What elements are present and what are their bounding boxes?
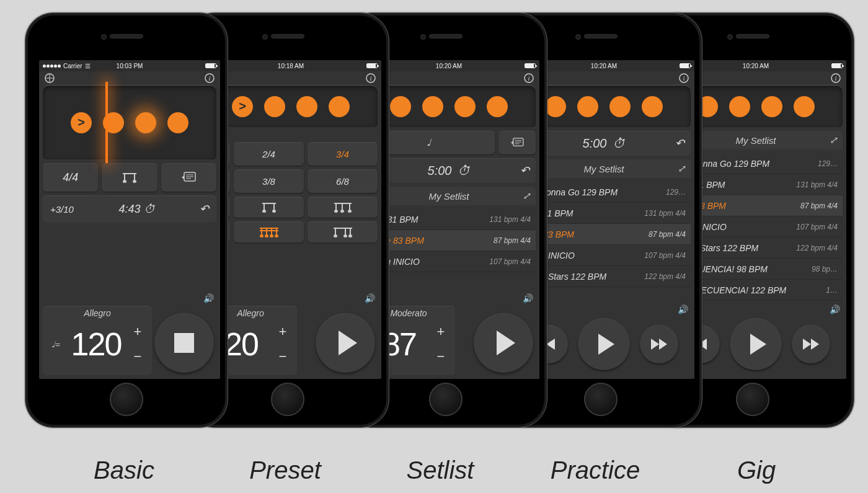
- tempo-name: Allegro: [48, 308, 147, 318]
- carrier-label: Carrier: [63, 63, 82, 69]
- timesig-button[interactable]: 4/4: [43, 163, 98, 192]
- bpm-plus[interactable]: +: [432, 324, 450, 340]
- svg-text:i: i: [370, 74, 371, 82]
- info-icon[interactable]: i: [204, 73, 215, 84]
- beat-1[interactable]: [390, 96, 411, 117]
- beat-2[interactable]: [729, 96, 750, 117]
- timesig-3-4[interactable]: 3/4: [308, 142, 378, 166]
- bpm-minus[interactable]: −: [128, 349, 147, 365]
- next-button[interactable]: [640, 325, 678, 363]
- undo-icon[interactable]: ↶: [675, 136, 684, 150]
- beat-2[interactable]: [422, 96, 443, 117]
- pendulum-indicator: [105, 82, 108, 163]
- beat-1[interactable]: [545, 96, 566, 117]
- setlist-title: My Setlist: [428, 191, 469, 202]
- svg-text:i: i: [835, 74, 836, 82]
- svg-text:i: i: [208, 74, 210, 82]
- status-bar: Carrier ☰ 10:03 PM: [39, 60, 220, 71]
- volume-icon[interactable]: 🔊: [365, 293, 375, 303]
- timer-value: 4:43: [118, 203, 140, 215]
- stopwatch-icon: ⏱: [144, 203, 155, 215]
- play-button[interactable]: [474, 313, 533, 373]
- bpm-value[interactable]: 120: [64, 326, 128, 363]
- timer-value: 5:00: [583, 136, 607, 151]
- info-icon[interactable]: i: [523, 73, 534, 84]
- beat-display[interactable]: [43, 85, 216, 159]
- expand-icon[interactable]: ⤢: [830, 135, 838, 146]
- beat-3-active[interactable]: [135, 112, 156, 133]
- preset-list-icon[interactable]: [498, 131, 536, 154]
- stop-button[interactable]: [154, 313, 214, 373]
- beat-4[interactable]: [642, 96, 663, 117]
- beat-4[interactable]: [167, 112, 188, 133]
- play-button[interactable]: [730, 318, 782, 370]
- subdiv-sixteenth[interactable]: [234, 221, 304, 242]
- home-button[interactable]: [429, 383, 463, 416]
- fullscreen-icon[interactable]: [44, 73, 55, 84]
- info-icon[interactable]: i: [678, 73, 689, 84]
- beat-4[interactable]: [329, 96, 350, 117]
- beat-1-accent[interactable]: [232, 96, 253, 117]
- phone-basic: Carrier ☰ 10:03 PM i 4/4: [25, 12, 228, 428]
- home-button[interactable]: [584, 383, 618, 416]
- beat-1-accent[interactable]: [71, 112, 92, 133]
- beat-2[interactable]: [577, 96, 598, 117]
- expand-icon[interactable]: ⤢: [523, 190, 531, 202]
- svg-text:i: i: [528, 74, 529, 82]
- subdivision-button[interactable]: [102, 163, 157, 192]
- subdiv-gallop[interactable]: [308, 221, 378, 242]
- expand-icon[interactable]: ⤢: [678, 163, 686, 174]
- caption-gig: Gig: [676, 456, 837, 484]
- beat-display[interactable]: [204, 85, 378, 127]
- timer-row[interactable]: +3/10 4:43 ⏱ ↶: [43, 195, 216, 223]
- beat-3[interactable]: [454, 96, 476, 117]
- stopwatch-icon: ⏱: [458, 164, 470, 178]
- caption-basic: Basic: [43, 456, 205, 484]
- info-icon[interactable]: i: [830, 73, 841, 84]
- subdiv-eighth[interactable]: [234, 197, 304, 218]
- home-button[interactable]: [736, 383, 769, 416]
- setlist-title: My Setlist: [735, 135, 776, 146]
- bpm-plus[interactable]: +: [128, 324, 147, 340]
- beat-3[interactable]: [761, 96, 782, 117]
- bpm-minus[interactable]: −: [432, 349, 450, 365]
- bpm-minus[interactable]: −: [273, 349, 292, 365]
- bpm-panel[interactable]: Allegro ♩= 120 +−: [43, 306, 152, 375]
- beat-3[interactable]: [296, 96, 317, 117]
- home-button[interactable]: [110, 383, 143, 416]
- caption-setlist: Setlist: [360, 456, 521, 484]
- undo-icon[interactable]: ↶: [520, 164, 529, 177]
- note-equals: ♩=: [48, 340, 64, 349]
- beat-4[interactable]: [487, 96, 508, 117]
- stopwatch-icon: ⏱: [613, 136, 625, 151]
- timer-value: 5:00: [428, 164, 452, 178]
- caption-preset: Preset: [205, 456, 366, 484]
- beat-4[interactable]: [794, 96, 815, 117]
- timesig-6-8[interactable]: 6/8: [308, 169, 378, 193]
- caption-practice: Practice: [515, 456, 676, 484]
- setlist-title: My Setlist: [583, 164, 624, 174]
- play-button[interactable]: [316, 313, 375, 373]
- play-button[interactable]: [578, 318, 630, 370]
- svg-text:i: i: [683, 74, 684, 82]
- subdiv-triplet[interactable]: [308, 197, 378, 218]
- info-icon[interactable]: i: [365, 73, 376, 84]
- timesig-2-4[interactable]: 2/4: [234, 142, 304, 166]
- bpm-plus[interactable]: +: [273, 324, 292, 340]
- next-button[interactable]: [792, 325, 830, 363]
- beat-2[interactable]: [264, 96, 285, 117]
- volume-icon[interactable]: 🔊: [523, 293, 533, 303]
- volume-icon[interactable]: 🔊: [203, 293, 214, 303]
- tempo-step: +3/10: [50, 204, 74, 215]
- preset-list-icon[interactable]: [161, 163, 216, 192]
- home-button[interactable]: [271, 383, 304, 416]
- undo-icon[interactable]: ↶: [200, 202, 209, 216]
- beat-3[interactable]: [609, 96, 631, 117]
- timesig-3-8[interactable]: 3/8: [234, 169, 304, 193]
